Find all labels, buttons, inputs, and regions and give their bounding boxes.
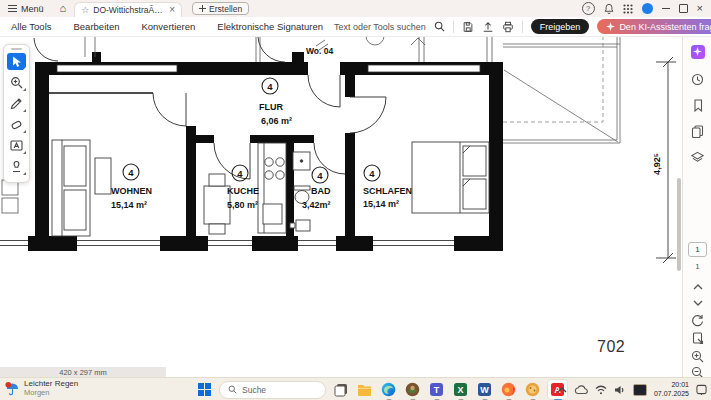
- titlebar: Menü ⌂ ☆ DO-WittichstraÃ_e-18... × Erste…: [0, 0, 711, 17]
- erase-tool-icon[interactable]: [7, 116, 26, 133]
- search-icon[interactable]: [434, 21, 445, 32]
- divider: [522, 21, 523, 33]
- text-tool-icon[interactable]: [7, 137, 26, 154]
- room-name: BAD: [311, 186, 331, 196]
- layers-icon[interactable]: [690, 150, 705, 165]
- svg-text:W: W: [480, 385, 489, 395]
- page-number-input[interactable]: 1: [688, 242, 707, 257]
- toolbar: Alle Tools Bearbeiten Konvertieren Elekt…: [0, 17, 711, 37]
- document-canvas[interactable]: 4 WOHNEN 15,14 m² 4 FLUR 6,06 m² 4 KUCHE…: [0, 36, 676, 368]
- document-tab[interactable]: ☆ DO-WittichstraÃ_e-18... ×: [74, 2, 182, 18]
- create-label: Erstellen: [209, 4, 242, 14]
- room-number: 4: [237, 168, 243, 179]
- plan-upper-fragments: [85, 36, 492, 62]
- app-grid-icon[interactable]: [623, 4, 633, 14]
- tab-close-icon[interactable]: ×: [169, 5, 175, 15]
- edge-browser-icon[interactable]: [379, 380, 398, 399]
- onedrive-icon[interactable]: [574, 385, 588, 395]
- room-name: SCHLAFEN: [363, 186, 412, 196]
- plus-icon: [199, 5, 206, 12]
- right-sidebar: 1 1: [682, 36, 711, 377]
- menu-label: Menü: [21, 4, 44, 14]
- history-icon[interactable]: [690, 72, 705, 87]
- print-icon[interactable]: [502, 21, 514, 33]
- previous-page-icon[interactable]: [690, 279, 705, 294]
- teams-icon[interactable]: T: [427, 380, 446, 399]
- word-icon[interactable]: W: [475, 380, 494, 399]
- plan-neighbor-furniture: [2, 180, 18, 213]
- taskbar-search-placeholder: Suche: [242, 385, 266, 395]
- app-icon-orange[interactable]: [523, 380, 542, 399]
- taskbar-clock[interactable]: 20:01 07.07.2025: [654, 381, 689, 397]
- windows-logo-icon: [198, 383, 211, 396]
- vertical-scrollbar[interactable]: [677, 178, 681, 271]
- sign-tool-icon[interactable]: [7, 158, 26, 175]
- svg-text:T: T: [434, 385, 440, 395]
- zoom-tool-icon[interactable]: [7, 74, 26, 91]
- favorite-star-icon[interactable]: ☆: [81, 5, 89, 15]
- excel-icon[interactable]: X: [451, 380, 470, 399]
- menu-konvertieren[interactable]: Konvertieren: [130, 21, 206, 32]
- create-tab-button[interactable]: Erstellen: [192, 2, 249, 15]
- room-area: 15,14 m²: [111, 200, 147, 210]
- rotate-page-icon[interactable]: [690, 313, 705, 328]
- menu-bearbeiten[interactable]: Bearbeiten: [63, 21, 131, 32]
- quick-tools-panel: [3, 44, 30, 183]
- date-label: 07.07.2025: [654, 390, 689, 398]
- window-minimize-button[interactable]: [662, 8, 670, 10]
- room-number: 4: [317, 170, 323, 181]
- room-area: 15,14 m²: [363, 199, 399, 209]
- ai-assistant-icon[interactable]: [690, 44, 705, 59]
- weather-subline: Morgen: [24, 389, 78, 397]
- user-avatar[interactable]: [642, 3, 653, 14]
- notification-center-icon[interactable]: [696, 384, 707, 395]
- zoom-in-icon[interactable]: [690, 349, 705, 364]
- file-explorer-icon[interactable]: [355, 380, 374, 399]
- volume-icon[interactable]: [614, 385, 626, 395]
- page-thumbnails-icon[interactable]: [690, 124, 705, 139]
- tray-chevron-icon[interactable]: [557, 387, 567, 393]
- weather-widget[interactable]: Leichter Regen Morgen: [5, 380, 78, 397]
- select-tool-icon[interactable]: [7, 53, 26, 70]
- svg-text:X: X: [457, 385, 463, 395]
- home-icon[interactable]: ⌂: [52, 3, 75, 14]
- task-view-button[interactable]: [331, 380, 350, 399]
- wifi-icon[interactable]: [595, 385, 607, 395]
- help-icon[interactable]: ?: [582, 2, 595, 15]
- menu-signaturen[interactable]: Elektronische Signaturen: [206, 21, 334, 32]
- menu-alle-tools[interactable]: Alle Tools: [0, 21, 63, 32]
- input-indicator-icon[interactable]: [633, 384, 647, 396]
- windows-start-button[interactable]: [195, 380, 214, 399]
- draw-tool-icon[interactable]: [7, 95, 26, 112]
- bookmarks-icon[interactable]: [690, 98, 705, 113]
- app-menu-button[interactable]: Menü: [0, 4, 52, 14]
- room-name: WOHNEN: [111, 186, 152, 196]
- room-name: FLUR: [259, 102, 283, 112]
- acrobat-window: 4 WOHNEN 15,14 m² 4 FLUR 6,06 m² 4 KUCHE…: [0, 0, 711, 400]
- room-area: 5,80 m²: [227, 200, 258, 210]
- notifications-bell-icon[interactable]: [604, 3, 614, 14]
- share-upload-icon[interactable]: [482, 21, 494, 33]
- page-size-label: 420 x 297 mm: [59, 368, 107, 377]
- save-icon[interactable]: [462, 21, 474, 33]
- panel-drag-handle[interactable]: [11, 48, 22, 50]
- time-label: 20:01: [671, 381, 689, 389]
- share-button[interactable]: Freigeben: [531, 19, 590, 34]
- page-total-label: 1: [683, 262, 711, 271]
- room-number: 4: [369, 168, 375, 179]
- app-icon-generic[interactable]: [403, 380, 422, 399]
- window-maximize-button[interactable]: [679, 4, 688, 13]
- room-area: 3,42m²: [302, 200, 331, 210]
- weather-icon: [5, 381, 20, 397]
- next-page-icon[interactable]: [690, 295, 705, 310]
- search-label[interactable]: Text oder Tools suchen: [334, 22, 426, 32]
- firefox-icon[interactable]: [499, 380, 518, 399]
- window-close-button[interactable]: ×: [697, 3, 703, 14]
- page-view-icon[interactable]: [690, 331, 705, 346]
- dimension-label: 4,92⁵: [652, 153, 662, 175]
- ai-assistant-button[interactable]: Den KI-Assistenten fragen: [597, 19, 711, 34]
- sparkle-icon: [606, 22, 615, 31]
- unit-label: Wo. 04: [306, 46, 334, 56]
- windows-taskbar: Leichter Regen Morgen Suche: [0, 377, 711, 400]
- taskbar-search[interactable]: Suche: [219, 381, 326, 399]
